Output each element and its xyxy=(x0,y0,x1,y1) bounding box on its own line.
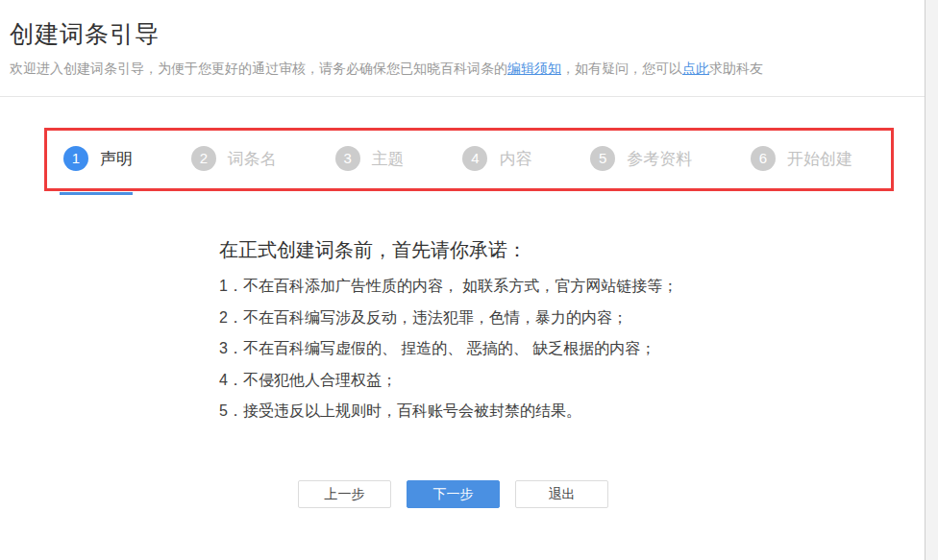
step-1-declaration[interactable]: 1 声明 xyxy=(63,146,133,171)
step-2-circle: 2 xyxy=(191,146,216,171)
pledge-item-5: 5．接受违反以上规则时，百科账号会被封禁的结果。 xyxy=(219,396,834,427)
pledge-item-4: 4．不侵犯他人合理权益； xyxy=(219,365,834,397)
previous-step-button[interactable]: 上一步 xyxy=(298,480,391,508)
step-5-circle: 5 xyxy=(590,146,615,171)
step-4-content[interactable]: 4 内容 xyxy=(462,146,531,171)
step-2-label: 词条名 xyxy=(228,148,277,170)
page-subtitle: 欢迎进入创建词条引导，为便于您更好的通过审核，请务必确保您已知晓百科词条的编辑须… xyxy=(10,60,913,77)
step-3-label: 主题 xyxy=(372,148,405,170)
page-header: 创建词条引导 欢迎进入创建词条引导，为便于您更好的通过审核，请务必确保您已知晓百… xyxy=(10,19,913,77)
step-3-topic[interactable]: 3 主题 xyxy=(335,146,405,171)
step-6-label: 开始创建 xyxy=(787,148,852,170)
subtitle-text-2: ，如有疑问，您可以 xyxy=(561,61,682,76)
step-5-references[interactable]: 5 参考资料 xyxy=(590,146,692,171)
subtitle-text-1: 欢迎进入创建词条引导，为便于您更好的通过审核，请务必确保您已知晓百科词条的 xyxy=(10,61,507,76)
next-step-button[interactable]: 下一步 xyxy=(407,480,500,508)
page-title: 创建词条引导 xyxy=(10,19,913,48)
click-here-link[interactable]: 点此 xyxy=(682,61,709,76)
step-4-label: 内容 xyxy=(499,148,531,170)
pledge-item-1: 1．不在百科添加广告性质的内容， 如联系方式，官方网站链接等； xyxy=(219,271,834,303)
step-6-start-create[interactable]: 6 开始创建 xyxy=(751,146,852,171)
step-5-label: 参考资料 xyxy=(627,148,692,170)
editing-notice-link[interactable]: 编辑须知 xyxy=(507,61,561,76)
active-step-underline xyxy=(60,192,133,195)
pledge-list: 1．不在百科添加广告性质的内容， 如联系方式，官方网站链接等； 2．不在百科编写… xyxy=(219,271,834,427)
pledge-section: 在正式创建词条前，首先请你承诺： 1．不在百科添加广告性质的内容， 如联系方式，… xyxy=(219,234,834,427)
scrollbar-track[interactable] xyxy=(925,0,938,560)
exit-button[interactable]: 退出 xyxy=(515,480,608,508)
content-area: 创建词条引导 欢迎进入创建词条引导，为便于您更好的通过审核，请务必确保您已知晓百… xyxy=(0,0,925,560)
pledge-item-3: 3．不在百科编写虚假的、 捏造的、 恶搞的、 缺乏根据的内容； xyxy=(219,333,834,365)
step-1-circle: 1 xyxy=(63,146,88,171)
button-row: 上一步 下一步 退出 xyxy=(298,480,608,508)
page: 创建词条引导 欢迎进入创建词条引导，为便于您更好的通过审核，请务必确保您已知晓百… xyxy=(0,0,938,560)
step-6-circle: 6 xyxy=(751,146,776,171)
step-4-circle: 4 xyxy=(462,146,487,171)
pledge-item-2: 2．不在百科编写涉及反动，违法犯罪，色情，暴力的内容； xyxy=(219,303,834,334)
pledge-heading: 在正式创建词条前，首先请你承诺： xyxy=(219,234,834,265)
step-1-label: 声明 xyxy=(100,148,133,170)
step-3-circle: 3 xyxy=(335,146,360,171)
steps-bar: 1 声明 2 词条名 3 主题 4 内容 5 参考资料 6 开始创建 xyxy=(63,128,852,189)
step-2-entry-name[interactable]: 2 词条名 xyxy=(191,146,277,171)
subtitle-text-3: 求助科友 xyxy=(709,61,763,76)
header-divider xyxy=(0,96,925,97)
